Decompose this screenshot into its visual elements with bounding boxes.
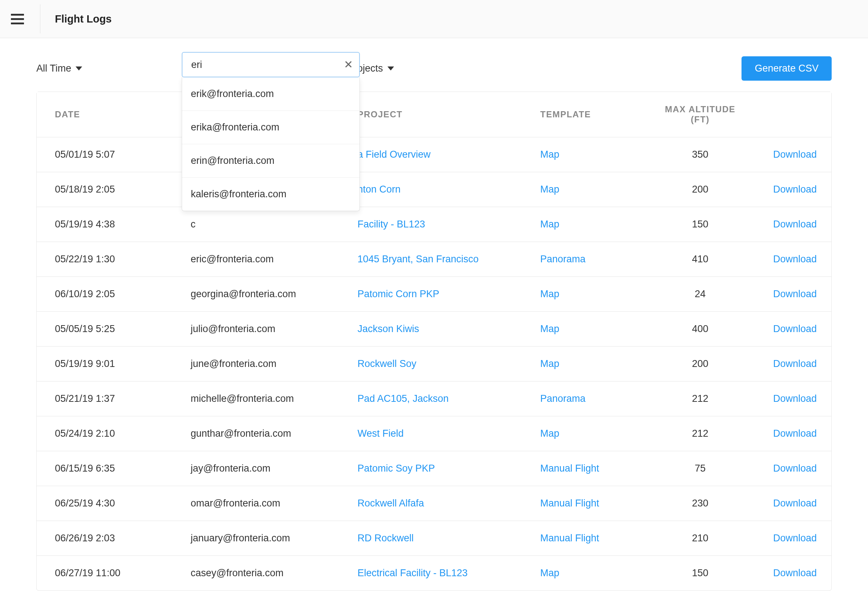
generate-csv-button[interactable]: Generate CSV [741,56,832,80]
cell-pilot: omar@fronteria.com [180,486,346,521]
cell-download: Download [752,312,831,346]
cell-altitude: 400 [648,312,752,346]
template-link[interactable]: Map [540,323,560,334]
cell-template: Panorama [529,382,648,416]
project-link[interactable]: 1045 Bryant, San Francisco [358,254,479,264]
close-icon[interactable]: ✕ [343,60,353,70]
cell-date: 05/01/19 5:07 [37,137,180,172]
project-link[interactable]: Pad AC105, Jackson [358,393,449,404]
cell-altitude: 410 [648,242,752,277]
project-link[interactable]: Patomic Corn PKP [358,289,439,299]
template-link[interactable]: Panorama [540,254,586,264]
project-link[interactable]: a Field Overview [358,149,431,160]
header-project: PROJECT [347,92,530,137]
download-link[interactable]: Download [773,498,817,509]
download-link[interactable]: Download [773,289,817,299]
cell-template: Map [529,207,648,242]
cell-pilot: casey@fronteria.com [180,556,346,591]
template-link[interactable]: Map [540,219,560,230]
project-link[interactable]: nton Corn [358,184,401,195]
cell-date: 06/15/19 6:35 [37,451,180,486]
download-link[interactable]: Download [773,219,817,230]
cell-template: Manual Flight [529,521,648,556]
project-link[interactable]: Patomic Soy PKP [358,463,435,474]
cell-date: 06/25/19 4:30 [37,486,180,521]
cell-pilot: julio@fronteria.com [180,312,346,346]
download-link[interactable]: Download [773,254,817,264]
table-row: 06/15/19 6:35jay@fronteria.comPatomic So… [37,451,831,486]
download-link[interactable]: Download [773,358,817,369]
table-row: 06/27/19 11:00casey@fronteria.comElectri… [37,556,831,591]
cell-pilot: jay@fronteria.com [180,451,346,486]
cell-pilot: michelle@fronteria.com [180,382,346,416]
cell-project: West Field [347,416,530,451]
table-row: 05/19/19 4:38cFacility - BL123Map150Down… [37,207,831,242]
time-filter-dropdown[interactable]: All Time [36,63,82,74]
project-link[interactable]: West Field [358,428,404,439]
cell-project: nton Corn [347,172,530,207]
search-input[interactable] [191,59,343,71]
header-template: TEMPLATE [529,92,648,137]
cell-template: Map [529,172,648,207]
cell-download: Download [752,486,831,521]
cell-pilot: june@fronteria.com [180,346,346,382]
search-autocomplete: ✕ erik@fronteria.com erika@fronteria.com… [182,52,360,211]
time-filter-label: All Time [36,63,71,74]
project-link[interactable]: Jackson Kiwis [358,323,420,334]
autocomplete-item[interactable]: kaleris@fronteria.com [182,178,360,211]
cell-project: Pad AC105, Jackson [347,382,530,416]
template-link[interactable]: Manual Flight [540,498,599,509]
download-link[interactable]: Download [773,149,817,160]
project-link[interactable]: Electrical Facility - BL123 [358,567,468,578]
cell-date: 05/21/19 1:37 [37,382,180,416]
download-link[interactable]: Download [773,463,817,474]
download-link[interactable]: Download [773,393,817,404]
autocomplete-item[interactable]: erik@fronteria.com [182,77,360,111]
autocomplete-item[interactable]: erin@fronteria.com [182,144,360,178]
cell-project: Electrical Facility - BL123 [347,556,530,591]
download-link[interactable]: Download [773,184,817,195]
cell-date: 05/05/19 5:25 [37,312,180,346]
template-link[interactable]: Manual Flight [540,463,599,474]
template-link[interactable]: Map [540,428,560,439]
menu-icon[interactable] [11,12,25,26]
cell-project: 1045 Bryant, San Francisco [347,242,530,277]
cell-template: Map [529,416,648,451]
content-area: All Time ✕ erik@fronteria.com erika@fron… [0,38,868,591]
cell-project: Patomic Soy PKP [347,451,530,486]
cell-download: Download [752,242,831,277]
project-link[interactable]: Rockwell Alfafa [358,498,424,509]
search-input-box[interactable]: ✕ [182,52,360,77]
download-link[interactable]: Download [773,323,817,334]
autocomplete-item[interactable]: erika@fronteria.com [182,111,360,144]
header-altitude: MAX ALTITUDE (FT) [648,92,752,137]
cell-altitude: 350 [648,137,752,172]
table-row: 05/21/19 1:37michelle@fronteria.comPad A… [37,382,831,416]
table-row: 05/01/19 5:07ja Field OverviewMap350Down… [37,137,831,172]
template-link[interactable]: Manual Flight [540,533,599,544]
download-link[interactable]: Download [773,428,817,439]
download-link[interactable]: Download [773,567,817,578]
download-link[interactable]: Download [773,533,817,544]
template-link[interactable]: Map [540,567,560,578]
template-link[interactable]: Panorama [540,393,586,404]
cell-altitude: 212 [648,416,752,451]
template-link[interactable]: Map [540,149,560,160]
cell-template: Map [529,346,648,382]
cell-download: Download [752,277,831,312]
table-row: 05/18/19 2:05jnton CornMap200Download [37,172,831,207]
template-link[interactable]: Map [540,184,560,195]
project-link[interactable]: Facility - BL123 [358,219,425,230]
cell-altitude: 230 [648,486,752,521]
project-link[interactable]: RD Rockwell [358,533,414,544]
template-link[interactable]: Map [540,358,560,369]
cell-pilot: gunthar@fronteria.com [180,416,346,451]
app-header: Flight Logs [0,0,868,38]
cell-template: Manual Flight [529,451,648,486]
cell-project: Rockwell Soy [347,346,530,382]
project-link[interactable]: Rockwell Soy [358,358,417,369]
cell-download: Download [752,172,831,207]
template-link[interactable]: Map [540,289,560,299]
cell-pilot: january@fronteria.com [180,521,346,556]
chevron-down-icon [388,66,394,71]
